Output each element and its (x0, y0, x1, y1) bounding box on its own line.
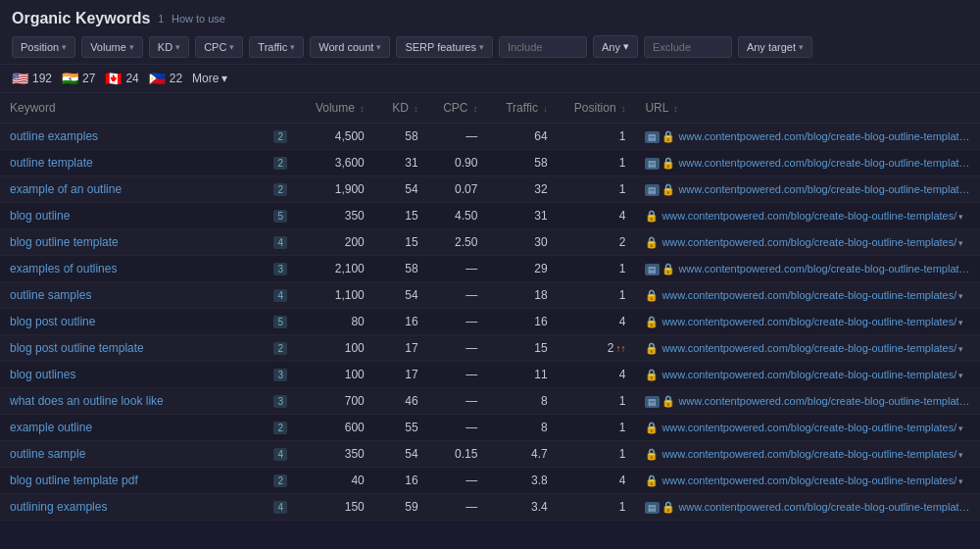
url-link[interactable]: www.contentpowered.com/blog/create-blog-… (678, 501, 973, 513)
keyword-cell: blog outline template pdf (0, 468, 259, 494)
word-count-badge: 4 (273, 448, 287, 461)
keyword-link[interactable]: outline samples (10, 288, 91, 302)
flag-us[interactable]: 🇺🇸 192 (12, 71, 52, 86)
exclude-input[interactable] (644, 36, 732, 58)
cpc-cell: — (428, 335, 488, 362)
url-chevron-icon[interactable]: ▾ (958, 371, 963, 380)
url-link[interactable]: www.contentpowered.com/blog/create-blog-… (662, 422, 956, 433)
cpc-cell: — (428, 494, 488, 521)
url-chevron-icon[interactable]: ▾ (958, 344, 963, 354)
any-target-filter[interactable]: Any target ▾ (738, 36, 812, 58)
col-kd[interactable]: KD ↕ (374, 93, 428, 124)
keyword-link[interactable]: blog outline template (10, 235, 119, 249)
url-link[interactable]: www.contentpowered.com/blog/create-blog-… (678, 395, 973, 407)
keyword-link[interactable]: example outline (10, 421, 92, 434)
table-row[interactable]: blog post outline template210017—152↑↑🔒w… (0, 335, 980, 362)
word-count-filter[interactable]: Word count ▾ (310, 36, 390, 58)
url-chevron-icon[interactable]: ▾ (958, 291, 963, 301)
url-link[interactable]: www.contentpowered.com/blog/create-blog-… (662, 316, 956, 327)
url-link[interactable]: www.contentpowered.com/blog/create-blog-… (678, 183, 973, 195)
table-row[interactable]: blog outline template pdf24016—3.84🔒www.… (0, 468, 980, 494)
url-chevron-icon[interactable]: ▾ (975, 159, 980, 169)
keyword-link[interactable]: blog post outline (10, 315, 95, 328)
ca-flag-icon: 🇨🇦 (105, 71, 122, 86)
url-chevron-icon[interactable]: ▾ (958, 238, 963, 248)
col-position[interactable]: Position ↕ (558, 93, 636, 124)
keyword-cell: outlining examples (0, 494, 259, 521)
lock-icon: 🔒 (645, 289, 659, 301)
keyword-link[interactable]: outlining examples (10, 500, 107, 514)
keyword-link[interactable]: what does an outline look like (10, 394, 164, 408)
url-chevron-icon[interactable]: ▾ (975, 132, 980, 142)
table-row[interactable]: outline examples24,50058—641▤🔒www.conten… (0, 124, 980, 150)
table-row[interactable]: outline template23,600310.90581▤🔒www.con… (0, 150, 980, 176)
traffic-cell: 29 (487, 256, 557, 282)
url-chevron-icon[interactable]: ▾ (958, 424, 963, 433)
url-link[interactable]: www.contentpowered.com/blog/create-blog-… (678, 130, 973, 142)
flag-in[interactable]: 🇮🇳 27 (62, 71, 95, 86)
table-row[interactable]: blog outline5350154.50314🔒www.contentpow… (0, 203, 980, 229)
url-chevron-icon[interactable]: ▾ (958, 212, 963, 222)
url-link[interactable]: www.contentpowered.com/blog/create-blog-… (662, 210, 956, 222)
table-row[interactable]: outline samples41,10054—181🔒www.contentp… (0, 282, 980, 309)
url-chevron-icon[interactable]: ▾ (958, 450, 963, 460)
url-chevron-icon[interactable]: ▾ (975, 397, 980, 407)
url-chevron-icon[interactable]: ▾ (958, 476, 963, 486)
include-input[interactable] (499, 36, 587, 58)
url-chevron-icon[interactable]: ▾ (958, 318, 963, 327)
keyword-link[interactable]: example of an outline (10, 182, 122, 196)
traffic-cell: 3.4 (487, 494, 557, 521)
col-cpc[interactable]: CPC ↕ (428, 93, 488, 124)
keyword-link[interactable]: outline examples (10, 129, 98, 143)
table-row[interactable]: example outline260055—81🔒www.contentpowe… (0, 415, 980, 441)
more-button[interactable]: More ▾ (192, 72, 227, 85)
keyword-link[interactable]: outline sample (10, 447, 85, 461)
ca-count: 24 (125, 72, 138, 85)
url-link[interactable]: www.contentpowered.com/blog/create-blog-… (678, 157, 973, 169)
flag-ca[interactable]: 🇨🇦 24 (105, 71, 138, 86)
url-chevron-icon[interactable]: ▾ (975, 503, 980, 513)
table-row[interactable]: blog outlines310017—114🔒www.contentpower… (0, 362, 980, 388)
word-count-cell: 2 (259, 468, 299, 494)
keyword-link[interactable]: blog outline (10, 209, 70, 223)
any-dropdown[interactable]: Any ▾ (593, 35, 638, 58)
flag-ph[interactable]: 🇵🇭 22 (149, 71, 182, 86)
cpc-filter[interactable]: CPC ▾ (195, 36, 243, 58)
word-count-filter-label: Word count (318, 41, 373, 53)
keyword-cell: outline samples (0, 282, 259, 309)
word-count-badge: 3 (273, 395, 287, 408)
keyword-link[interactable]: outline template (10, 156, 93, 170)
traffic-cell: 4.7 (487, 441, 557, 468)
url-link[interactable]: www.contentpowered.com/blog/create-blog-… (662, 369, 956, 380)
table-row[interactable]: outline sample4350540.154.71🔒www.content… (0, 441, 980, 468)
table-row[interactable]: outlining examples415059—3.41▤🔒www.conte… (0, 494, 980, 521)
url-chevron-icon[interactable]: ▾ (975, 185, 980, 195)
keyword-link[interactable]: blog outline template pdf (10, 474, 138, 487)
table-row[interactable]: what does an outline look like370046—81▤… (0, 388, 980, 415)
keyword-link[interactable]: blog outlines (10, 368, 75, 381)
url-link[interactable]: www.contentpowered.com/blog/create-blog-… (662, 236, 956, 248)
table-row[interactable]: example of an outline21,900540.07321▤🔒ww… (0, 176, 980, 203)
col-url[interactable]: URL ↕ (635, 93, 980, 124)
url-link[interactable]: www.contentpowered.com/blog/create-blog-… (662, 342, 956, 354)
url-link[interactable]: www.contentpowered.com/blog/create-blog-… (662, 289, 956, 301)
lock-icon: 🔒 (645, 342, 659, 354)
url-link[interactable]: www.contentpowered.com/blog/create-blog-… (662, 474, 956, 486)
col-volume[interactable]: Volume ↕ (299, 93, 374, 124)
volume-filter[interactable]: Volume ▾ (81, 36, 143, 58)
url-chevron-icon[interactable]: ▾ (975, 265, 980, 274)
word-count-cell: 5 (259, 203, 299, 229)
keyword-link[interactable]: examples of outlines (10, 262, 117, 275)
url-link[interactable]: www.contentpowered.com/blog/create-blog-… (662, 448, 956, 460)
table-row[interactable]: examples of outlines32,10058—291▤🔒www.co… (0, 256, 980, 282)
url-link[interactable]: www.contentpowered.com/blog/create-blog-… (678, 263, 973, 274)
table-row[interactable]: blog post outline58016—164🔒www.contentpo… (0, 309, 980, 335)
serp-features-filter[interactable]: SERP features ▾ (396, 36, 493, 58)
how-to-use-link[interactable]: How to use (172, 13, 225, 25)
traffic-filter[interactable]: Traffic ▾ (249, 36, 304, 58)
col-traffic[interactable]: Traffic ↓ (487, 93, 557, 124)
table-row[interactable]: blog outline template4200152.50302🔒www.c… (0, 229, 980, 256)
position-filter[interactable]: Position ▾ (12, 36, 75, 58)
keyword-link[interactable]: blog post outline template (10, 341, 144, 355)
kd-filter[interactable]: KD ▾ (149, 36, 189, 58)
